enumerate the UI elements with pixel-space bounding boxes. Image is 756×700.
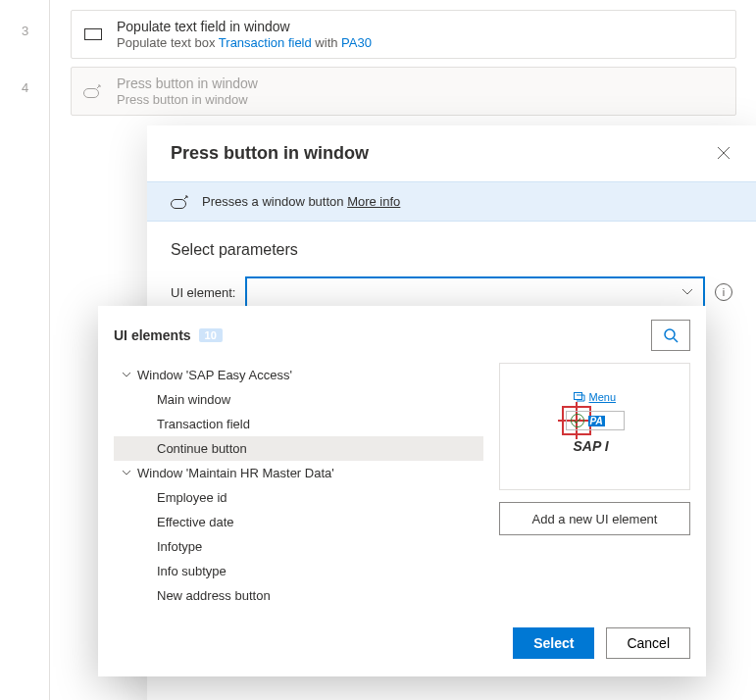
info-bar: Presses a window button More info [147,181,756,222]
add-ui-element-button[interactable]: Add a new UI element [499,502,690,535]
section-title: Select parameters [171,241,732,259]
tree-item-infotype[interactable]: Infotype [114,534,483,559]
tree-item-continue-button[interactable]: Continue button [114,436,483,461]
svg-rect-1 [84,89,99,98]
info-icon[interactable]: i [715,283,732,301]
close-icon[interactable] [717,146,732,162]
chevron-down-icon [681,288,693,296]
check-circle-icon [571,414,584,427]
more-info-link[interactable]: More info [347,194,400,209]
step-title: Press button in window [117,75,258,91]
tree-item-employee-id[interactable]: Employee id [114,485,483,510]
ui-element-select[interactable] [245,276,705,308]
ui-element-tree: Window 'SAP Easy Access' Main window Tra… [114,363,483,608]
chevron-down-icon [122,372,131,378]
press-button-icon [171,195,190,209]
select-button[interactable]: Select [513,627,594,659]
chevron-down-icon [122,470,131,476]
step-number-4: 4 [0,80,50,95]
element-preview: Menu PA SAP I [499,363,690,490]
preview-toolbar: PA [566,411,625,430]
info-text: Presses a window button [202,194,347,209]
step-subtitle: Press button in window [117,92,258,107]
step-link-field[interactable]: Transaction field [219,35,312,50]
preview-menu-link: Menu [574,391,617,403]
tree-group-sap-easy-access[interactable]: Window 'SAP Easy Access' [114,363,483,387]
svg-rect-0 [85,29,102,40]
step-number-3: 3 [0,24,50,38]
press-button-icon [83,81,103,101]
tree-item-main-window[interactable]: Main window [114,387,483,412]
ui-element-picker: UI elements 10 Window 'SAP Easy Access' … [98,306,706,676]
svg-rect-4 [574,393,581,400]
tree-item-transaction-field[interactable]: Transaction field [114,412,483,436]
textbox-icon [83,25,103,44]
tree-item-new-address-button[interactable]: New address button [114,583,483,608]
preview-sap-label: SAP I [574,438,609,454]
svg-rect-2 [172,199,186,208]
element-count-badge: 10 [199,328,223,342]
step-subtitle: Populate text box Transaction field with… [117,35,372,50]
step-title: Populate text field in window [117,19,372,34]
flow-step-3[interactable]: Populate text field in window Populate t… [71,10,736,59]
search-button[interactable] [651,320,690,351]
svg-point-3 [665,329,675,339]
preview-pa-chip: PA [588,416,605,426]
param-label-ui-element: UI element: [171,285,235,300]
step-link-value[interactable]: PA30 [341,35,372,50]
tree-item-effective-date[interactable]: Effective date [114,510,483,534]
dialog-title: Press button in window [171,143,369,164]
flow-step-4[interactable]: Press button in window Press button in w… [71,67,736,116]
tree-item-info-subtype[interactable]: Info subtype [114,559,483,583]
tree-group-maintain-hr[interactable]: Window 'Maintain HR Master Data' [114,461,483,485]
search-icon [663,327,679,343]
picker-title: UI elements [114,327,191,343]
cancel-button[interactable]: Cancel [606,627,690,659]
